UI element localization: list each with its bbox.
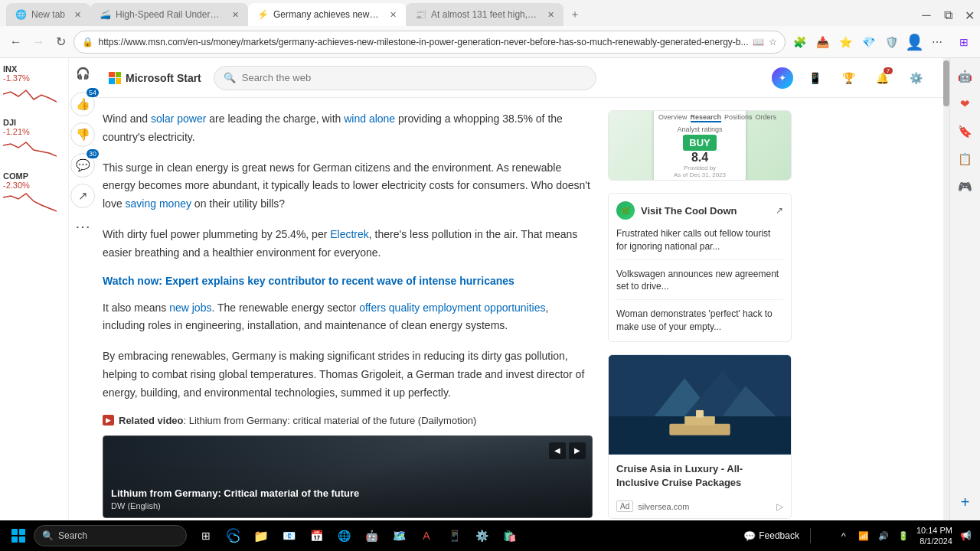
edge-favorites-icon[interactable]: ❤ (953, 92, 978, 116)
video-thumbnail[interactable]: ◀ ▶ Lithium from Germany: Critical mater… (103, 435, 593, 518)
msn-search-input[interactable] (242, 72, 586, 83)
new-tab-button[interactable]: ＋ (564, 3, 586, 26)
page-content: INX -1.37% DJI -1.21% (0, 58, 980, 520)
forward-button[interactable]: → (28, 31, 47, 53)
ad-info-icon[interactable]: ▷ (776, 501, 783, 512)
close-button[interactable]: ✕ (959, 5, 980, 26)
tab-close-2[interactable]: ✕ (232, 10, 239, 20)
comment-button[interactable]: 💬 30 (70, 153, 95, 178)
tab-131feet[interactable]: 📰 At almost 131 feet high, the wo... ✕ (406, 3, 564, 26)
taskbar-settings-icon[interactable]: ⚙️ (470, 524, 493, 547)
rewards-icon[interactable]: 🏆 (836, 66, 861, 90)
favorites-icon[interactable]: ☆ (769, 37, 777, 47)
tab-close-1[interactable]: ✕ (74, 10, 81, 20)
reload-button[interactable]: ↻ (51, 31, 70, 53)
video-prev-btn[interactable]: ◀ (549, 442, 566, 459)
reading-mode-icon[interactable]: 📖 (753, 37, 764, 47)
scrollbar-track[interactable] (943, 58, 949, 520)
edge-copilot-icon[interactable]: 🤖 (953, 64, 978, 89)
tab-close-3[interactable]: ✕ (390, 10, 397, 20)
taskbar-maps-icon[interactable]: 🗺️ (387, 524, 410, 547)
taskbar-outlook-icon[interactable]: 📅 (305, 524, 328, 547)
scrollbar-thumb[interactable] (943, 60, 949, 106)
tab-orders[interactable]: Orders (756, 113, 777, 122)
taskbar-task-view[interactable]: ⊞ (194, 524, 217, 547)
edge-collections-icon[interactable]: 🔖 (953, 119, 978, 144)
story-3[interactable]: Woman demonstrates 'perfect' hack to mak… (616, 308, 783, 334)
share-button[interactable]: ↗ (70, 184, 95, 208)
settings-more-button[interactable]: ⋯ (926, 31, 948, 53)
restore-button[interactable]: ⧉ (937, 5, 959, 26)
stock-comp[interactable]: COMP -2.30% (3, 171, 65, 213)
taskbar-edge-icon[interactable] (222, 524, 245, 547)
story-2[interactable]: Volkswagen announces new agreement set t… (616, 268, 783, 301)
taskbar-mail-icon[interactable]: 📧 (277, 524, 300, 547)
volume-icon[interactable]: 🔊 (875, 527, 892, 544)
taskbar-settings-icon-2[interactable]: ⚙ (815, 528, 831, 543)
show-desktop-btn[interactable]: ^ (835, 527, 852, 544)
msn-search-bar[interactable]: 🔍 (214, 66, 596, 90)
electrek-link[interactable]: Electrek (330, 228, 369, 240)
notifications-panel-btn[interactable]: 📢 (957, 527, 974, 544)
stock-inx[interactable]: INX -1.37% (3, 64, 65, 106)
taskbar-copilot-icon[interactable]: 🤖 (360, 524, 383, 547)
cool-down-title[interactable]: Visit The Cool Down (641, 205, 769, 217)
tab-new-tab[interactable]: 🌐 New tab ✕ (6, 3, 90, 26)
tab-research[interactable]: Research (691, 113, 722, 122)
edge-games-icon[interactable]: 🎮 (953, 174, 978, 199)
downloads-button[interactable]: 📥 (812, 31, 833, 53)
taskbar-adobe-icon[interactable]: A (415, 524, 438, 547)
browser-essentials-button[interactable]: 🛡️ (880, 31, 902, 53)
tab-close-4[interactable]: ✕ (547, 10, 554, 20)
minimize-button[interactable]: ─ (916, 5, 937, 26)
network-icon[interactable]: 📶 (855, 527, 872, 544)
new-jobs-link[interactable]: new jobs (169, 302, 211, 314)
mobile-icon[interactable]: 📱 (802, 66, 827, 90)
solar-power-link[interactable]: solar power (151, 112, 206, 125)
dislike-button[interactable]: 👎 (70, 122, 95, 147)
related-video-label-row: ▶ Related video: Lithium from Germany: c… (103, 415, 593, 426)
external-link-icon[interactable]: ↗ (776, 205, 783, 216)
collections-button[interactable]: 💎 (858, 31, 879, 53)
msn-logo[interactable]: Microsoft Start (109, 72, 201, 84)
tab-title-1: New tab (31, 9, 65, 20)
more-button[interactable]: ⋯ (70, 214, 95, 239)
edge-add-icon[interactable]: + (953, 490, 978, 514)
watch-now-link[interactable]: Watch now: Expert explains key contribut… (103, 275, 593, 287)
article-scroll-area: Microsoft Start 🔍 ✦ 📱 🏆 🔔 7 (96, 58, 943, 520)
back-button[interactable]: ← (6, 31, 25, 53)
stock-dji[interactable]: DJI -1.21% (3, 118, 65, 159)
like-button[interactable]: 👍 54 (70, 92, 95, 116)
saving-money-link[interactable]: saving money (126, 197, 191, 210)
extensions-button[interactable]: 🧩 (789, 31, 810, 53)
start-button[interactable] (6, 523, 31, 548)
taskbar-clock[interactable]: 10:14 PM 8/1/2024 (916, 525, 952, 547)
tab-germany[interactable]: ⚡ Germany achieves new mileston... ✕ (248, 3, 406, 26)
taskbar-search[interactable]: 🔍 Search (34, 525, 187, 546)
profile-button[interactable]: 👤 (903, 31, 925, 53)
taskbar-store-icon[interactable]: 🛍️ (498, 524, 521, 547)
edge-sidebar-toggle[interactable]: ⊞ (954, 31, 973, 53)
tab-overview[interactable]: Overview (658, 113, 688, 122)
employment-link[interactable]: offers quality employment opportunities (359, 302, 545, 314)
video-next-btn[interactable]: ▶ (569, 442, 586, 459)
taskbar-edge2-icon[interactable]: 🌐 (332, 524, 355, 547)
feedback-button[interactable]: 💬 Feedback (737, 527, 805, 545)
story-1[interactable]: Frustrated hiker calls out fellow touris… (616, 227, 783, 260)
notifications-icon[interactable]: 🔔 7 (870, 66, 894, 90)
video-controls: ◀ ▶ (549, 442, 586, 459)
favorites-button[interactable]: ⭐ (835, 31, 856, 53)
address-bar[interactable]: 🔒 https://www.msn.com/en-us/money/market… (74, 31, 786, 54)
edge-browser-essentials-icon[interactable]: 📋 (953, 147, 978, 171)
copilot-button[interactable]: ✦ (772, 67, 793, 89)
wind-alone-link[interactable]: wind alone (344, 112, 395, 125)
taskbar-phone-icon[interactable]: 📱 (443, 524, 466, 547)
audio-button[interactable]: 🎧 (70, 61, 95, 86)
taskbar-app-icons: ⊞ 📁 📧 📅 🌐 🤖 🗺️ A 📱 ⚙️ 🛍️ (194, 524, 521, 547)
tab-positions[interactable]: Positions (724, 113, 753, 122)
cruise-title-text[interactable]: Cruise Asia in Luxury - All-Inclusive Cr… (616, 462, 783, 490)
tab-highspeed[interactable]: 🚄 High-Speed Rail Underway at W... ✕ (90, 3, 248, 26)
taskbar-explorer-icon[interactable]: 📁 (250, 524, 273, 547)
battery-icon[interactable]: 🔋 (895, 527, 912, 544)
settings-icon[interactable]: ⚙️ (903, 66, 928, 90)
